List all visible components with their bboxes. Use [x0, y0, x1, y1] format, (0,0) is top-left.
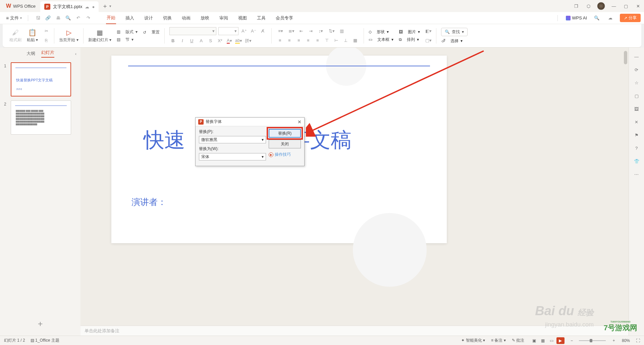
bold-icon[interactable]: B — [169, 37, 177, 45]
replace-button[interactable]: 替换(R) — [269, 129, 301, 138]
align-center-icon[interactable]: ≡ — [286, 37, 293, 44]
tab-animation[interactable]: 动画 — [181, 12, 191, 24]
reset-button[interactable]: ↺ 重置 — [143, 29, 159, 35]
layout-button[interactable]: ▥ 版式 ▾ — [117, 29, 138, 35]
slides-tab[interactable]: 幻灯片 — [41, 50, 54, 58]
slide-thumbnail-2[interactable]: ████████ ████ ██████ ███████████████████… — [11, 100, 71, 135]
notes-button[interactable]: ≡ 备注 ▾ — [491, 338, 506, 343]
indent-inc-icon[interactable]: ⇥ — [307, 27, 315, 35]
search-icon[interactable]: 🔍 — [593, 14, 600, 22]
arrange-button[interactable]: ⧉ 排列 ▾ — [399, 37, 420, 43]
strikethrough-icon[interactable]: A — [198, 37, 205, 45]
align-right-icon[interactable]: ≡ — [295, 37, 303, 44]
theme-info[interactable]: ▤ 1_Office 主题 — [31, 338, 59, 343]
tab-tools[interactable]: 工具 — [256, 12, 266, 24]
shape-button[interactable]: ◇ 形状 ▾ — [369, 29, 393, 35]
zoom-value[interactable]: 80% — [622, 338, 630, 343]
underline-icon[interactable]: U — [188, 37, 196, 45]
zoom-in-icon[interactable]: ＋ — [612, 338, 616, 343]
select-button[interactable]: ⮰ 选择 ▾ — [441, 38, 468, 44]
tab-insert[interactable]: 插入 — [125, 12, 135, 24]
close-button[interactable]: 关闭 — [269, 140, 301, 148]
image-icon[interactable]: 🖼 — [634, 107, 639, 112]
tab-transition[interactable]: 切换 — [162, 12, 172, 24]
undo-icon[interactable]: ↶ — [74, 14, 82, 22]
maximize-icon[interactable]: ▢ — [623, 3, 629, 9]
fill-icon[interactable]: ◧▾ — [425, 27, 432, 35]
document-tab[interactable]: P 文字文稿1.pptx ☁ ● — [40, 1, 99, 12]
pinyin-icon[interactable]: 拼▾ — [245, 37, 252, 45]
grow-font-icon[interactable]: A⁺ — [240, 27, 248, 35]
line-spacing-icon[interactable]: ↕▾ — [317, 27, 325, 35]
numbering-icon[interactable]: ≣▾ — [287, 27, 296, 35]
find-button[interactable]: 🔍查找 ▾ — [441, 28, 468, 36]
window-copy-icon[interactable]: ❐ — [573, 3, 580, 9]
replace-font-select[interactable]: 微软雅黑▾ — [199, 136, 266, 143]
collapse-sidebar-icon[interactable]: ‹ — [75, 51, 76, 56]
align-left-icon[interactable]: ≡ — [276, 37, 284, 44]
tab-start[interactable]: 开始 — [106, 12, 116, 24]
close-icon[interactable]: ✕ — [635, 3, 641, 9]
align-justify-icon[interactable]: ≡ — [305, 37, 312, 44]
shrink-font-icon[interactable]: A⁻ — [250, 27, 257, 35]
cube-icon[interactable]: ⬡ — [585, 3, 592, 9]
share-button[interactable]: ↗ 分享 — [620, 14, 641, 22]
view-sorter-icon[interactable]: ▦ — [539, 337, 547, 344]
strike-icon[interactable]: S — [207, 37, 214, 45]
tools-icon[interactable]: ✕ — [635, 120, 638, 125]
preview-icon[interactable]: 🔍 — [64, 14, 72, 22]
valign-mid-icon[interactable]: ⊢ — [333, 37, 340, 44]
outline-icon[interactable]: ▢▾ — [425, 37, 432, 44]
tab-vip[interactable]: 会员专享 — [275, 12, 294, 24]
new-tab-button[interactable]: ＋ ▾ — [102, 2, 111, 10]
star-icon[interactable]: ☆ — [635, 80, 639, 85]
slide-thumbnail-1[interactable]: 快速替换PPT文字文稿 演讲者 — [11, 62, 71, 96]
highlight-icon[interactable]: ab▾ — [235, 37, 243, 45]
text-direction-icon[interactable]: ⇅▾ — [327, 27, 336, 35]
slide-subtitle-text[interactable]: 演讲者： — [131, 196, 166, 208]
more-icon[interactable]: ⋯ — [634, 172, 639, 177]
align-distribute-icon[interactable]: ≡ — [314, 37, 321, 44]
dialog-close-icon[interactable]: ✕ — [298, 119, 302, 125]
minimize-icon[interactable]: — — [610, 3, 617, 9]
indent-dec-icon[interactable]: ⇤ — [298, 27, 305, 35]
tips-link[interactable]: ▶ 操作技巧 — [269, 150, 301, 157]
clear-format-icon[interactable]: A̸ — [259, 27, 267, 35]
picture-button[interactable]: 🖼 图片 ▾ — [399, 29, 420, 35]
copy-icon[interactable]: ⎘ — [43, 37, 50, 44]
tab-view[interactable]: 视图 — [237, 12, 248, 24]
new-slide-button[interactable]: ▦ 新建幻灯片 ▾ — [86, 24, 114, 47]
superscript-icon[interactable]: X² — [216, 37, 224, 45]
cut-icon[interactable]: ✂ — [43, 27, 50, 35]
tab-review[interactable]: 审阅 — [219, 12, 229, 24]
scrollbar[interactable] — [624, 51, 627, 64]
font-size-select[interactable]: ▾ — [218, 27, 238, 35]
from-current-button[interactable]: ▷ 当页开始 ▾ — [56, 24, 81, 47]
notes-pane[interactable]: 单击此处添加备注 — [80, 326, 629, 336]
comments-button[interactable]: ✎ 批注 — [512, 338, 524, 343]
zoom-slider[interactable] — [579, 340, 606, 341]
help-icon[interactable]: ? — [635, 146, 638, 151]
zoom-out-icon[interactable]: − — [571, 338, 573, 343]
present-icon[interactable]: ▢ — [635, 93, 639, 98]
bullets-icon[interactable]: ≡▾ — [276, 27, 285, 35]
with-font-select[interactable]: 宋体▾ — [199, 153, 266, 160]
save-icon[interactable]: 🖫 — [34, 14, 42, 22]
valign-top-icon[interactable]: ⊤ — [323, 37, 331, 44]
add-slide-button[interactable]: ＋ — [0, 312, 80, 336]
textbox-button[interactable]: ▭ 文本框 ▾ — [369, 37, 393, 43]
tab-slideshow[interactable]: 放映 — [200, 12, 210, 24]
flag-icon[interactable]: ⚑ — [635, 133, 639, 138]
view-normal-icon[interactable]: ▣ — [530, 337, 538, 344]
print-icon[interactable]: 🖶 — [54, 14, 62, 22]
valign-bot-icon[interactable]: ⊥ — [342, 37, 350, 44]
columns-icon[interactable]: ▥ — [338, 27, 345, 35]
section-button[interactable]: ▤ 节 ▾ — [117, 37, 138, 43]
beautify-button[interactable]: ✦ 智能美化 ▾ — [461, 338, 485, 343]
dash-icon[interactable]: — — [634, 54, 639, 59]
file-menu[interactable]: ≡ 文件 ▾ — [3, 14, 24, 22]
robot-icon[interactable]: 👕 — [634, 159, 639, 164]
settings-icon[interactable]: ⟳ — [635, 67, 638, 72]
fit-icon[interactable]: ⛶ — [636, 338, 640, 343]
avatar[interactable] — [597, 2, 605, 10]
